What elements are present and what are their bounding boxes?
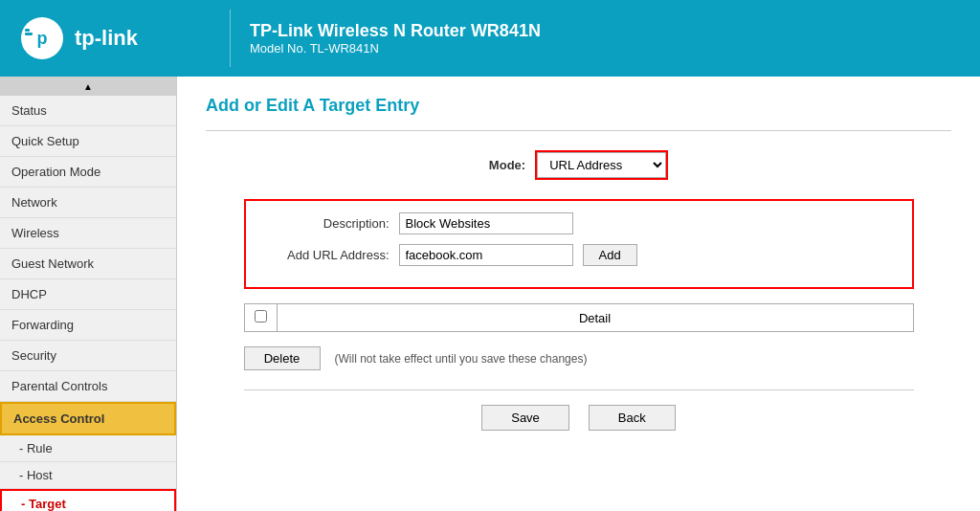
add-button[interactable]: Add (583, 244, 637, 266)
bottom-divider (244, 389, 914, 390)
svg-text:p: p (37, 29, 48, 48)
brand-name: tp-link (75, 26, 138, 51)
header-info: TP-Link Wireless N Router WR841N Model N… (250, 21, 541, 56)
mode-select[interactable]: URL Address Domain Address IP Address (537, 152, 666, 178)
header-divider (230, 10, 231, 67)
bottom-row: Save Back (244, 405, 914, 431)
mode-row: Mode: URL Address Domain Address IP Addr… (244, 150, 914, 180)
url-input[interactable] (399, 244, 573, 266)
sidebar-item-parental-controls[interactable]: Parental Controls (0, 371, 176, 402)
detail-checkbox-cell (245, 304, 278, 331)
sidebar-item-forwarding[interactable]: Forwarding (0, 310, 176, 341)
sidebar-item-security[interactable]: Security (0, 341, 176, 371)
description-row: Description: (265, 212, 893, 234)
sidebar-item-dhcp[interactable]: DHCP (0, 279, 176, 310)
detail-label: Detail (278, 305, 913, 331)
router-model: Model No. TL-WR841N (250, 41, 541, 56)
sidebar-item-status[interactable]: Status (0, 96, 176, 126)
action-row: Delete (Will not take effect until you s… (244, 346, 914, 370)
main-layout: ▲ Status Quick Setup Operation Mode Netw… (0, 77, 980, 511)
sidebar-item-network[interactable]: Network (0, 188, 176, 218)
url-row: Add URL Address: Add (265, 244, 893, 266)
sidebar-item-guest-network[interactable]: Guest Network (0, 249, 176, 279)
sidebar-scroll-up[interactable]: ▲ (0, 77, 176, 96)
sidebar-item-operation-mode[interactable]: Operation Mode (0, 157, 176, 188)
page-title: Add or Edit A Target Entry (206, 96, 951, 116)
sidebar-item-access-control[interactable]: Access Control (0, 402, 176, 435)
sidebar-subitem-target[interactable]: - Target (0, 489, 176, 511)
action-note: (Will not take effect until you save the… (335, 352, 588, 366)
sidebar-subitem-rule[interactable]: - Rule (0, 435, 176, 462)
description-input[interactable] (399, 212, 573, 234)
form-section: Mode: URL Address Domain Address IP Addr… (244, 150, 914, 431)
save-button[interactable]: Save (481, 405, 569, 431)
svg-rect-2 (25, 33, 33, 35)
sidebar-item-wireless[interactable]: Wireless (0, 218, 176, 249)
sidebar-item-quick-setup[interactable]: Quick Setup (0, 126, 176, 157)
content-area: Add or Edit A Target Entry Mode: URL Add… (177, 77, 980, 511)
mode-select-wrapper: URL Address Domain Address IP Address (535, 150, 668, 180)
sidebar: ▲ Status Quick Setup Operation Mode Netw… (0, 77, 177, 511)
fields-box: Description: Add URL Address: Add (244, 199, 914, 289)
header: p tp-link TP-Link Wireless N Router WR84… (0, 0, 980, 77)
logo-area: p tp-link (19, 15, 211, 61)
description-label: Description: (265, 216, 390, 231)
detail-checkbox[interactable] (255, 310, 267, 322)
delete-button[interactable]: Delete (244, 346, 321, 370)
mode-label: Mode: (489, 158, 525, 172)
tp-link-logo-icon: p (19, 15, 65, 61)
router-title: TP-Link Wireless N Router WR841N (250, 21, 541, 41)
sidebar-subitem-host[interactable]: - Host (0, 462, 176, 489)
url-label: Add URL Address: (265, 248, 390, 262)
back-button[interactable]: Back (589, 405, 676, 431)
svg-rect-3 (25, 29, 30, 32)
detail-row: Detail (244, 303, 914, 332)
title-divider (206, 130, 951, 131)
